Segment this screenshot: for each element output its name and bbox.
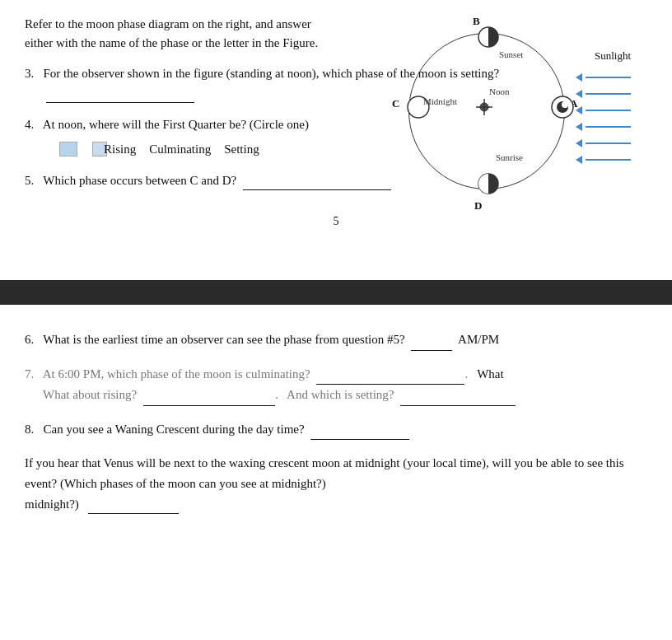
q8-answer[interactable] <box>310 427 409 440</box>
arrow-line-2 <box>586 93 631 95</box>
arrow-line-5 <box>586 142 631 144</box>
q6-suffix: AM/PM <box>458 333 499 346</box>
question-7: 7. At 6:00 PM, which phase of the moon i… <box>25 364 647 406</box>
arrow-line-6 <box>586 159 631 161</box>
q4-text: At noon, where will the First Quarter be… <box>43 118 309 131</box>
q6-answer[interactable] <box>411 338 452 351</box>
intro-text: Refer to the moon phase diagram on the r… <box>25 15 379 52</box>
q7-number: 7. <box>25 367 34 381</box>
arrow-6 <box>576 156 631 164</box>
q4-option-culminating[interactable]: Culminating <box>167 139 211 159</box>
diagram-inner: B D C <box>392 8 631 222</box>
label-c: C <box>392 97 399 110</box>
noon-label: Noon <box>489 86 509 96</box>
arrow-line-4 <box>586 126 631 128</box>
arrow-1 <box>576 73 631 82</box>
q5-number: 5. <box>25 174 34 187</box>
q7-text: At 6:00 PM, which phase of the moon is c… <box>43 367 310 381</box>
divider-bar <box>0 280 672 305</box>
observer-center <box>473 96 496 122</box>
q6-number: 6. <box>25 333 34 346</box>
top-section: Refer to the moon phase diagram on the r… <box>0 0 672 272</box>
q3-answer[interactable] <box>46 90 194 103</box>
q4-option-rising[interactable]: Rising <box>122 139 136 159</box>
q8-text: Can you see a Waning Crescent during the… <box>44 423 305 436</box>
q9-text: If you hear that Venus will be next to t… <box>25 456 623 490</box>
q7-answer-rising[interactable] <box>143 393 275 406</box>
question-9: If you hear that Venus will be next to t… <box>25 453 647 514</box>
arrow-5 <box>576 139 631 147</box>
arrow-head-5 <box>576 139 582 147</box>
arrow-head-4 <box>576 123 582 131</box>
q7-setting-text: And which is setting? <box>287 388 394 401</box>
q4-number: 4. <box>25 118 34 131</box>
arrow-head-1 <box>576 73 582 82</box>
question-8: 8. Can you see a Waning Crescent during … <box>25 419 647 441</box>
sunlight-label: Sunlight <box>595 49 631 63</box>
circle-box-1[interactable] <box>59 142 77 156</box>
moon-b <box>478 26 499 51</box>
svg-point-8 <box>562 101 568 108</box>
label-d: D <box>474 199 482 213</box>
q5-answer[interactable] <box>243 177 391 190</box>
moon-d <box>478 173 499 198</box>
q6-text: What is the earliest time an observer ca… <box>43 333 404 346</box>
question-6: 6. What is the earliest time an observer… <box>25 329 647 351</box>
q9-answer[interactable] <box>88 501 179 514</box>
q7-answer-culminating[interactable] <box>316 371 464 385</box>
intro-line2: either with the name of the phase or the… <box>25 36 318 49</box>
q5-text: Which phase occurs between C and D? <box>43 174 236 187</box>
bottom-section: 6. What is the earliest time an observer… <box>0 313 672 544</box>
arrow-4 <box>576 123 631 131</box>
arrow-head-2 <box>576 90 582 98</box>
arrow-2 <box>576 90 631 98</box>
q9-label: midnight?) <box>25 498 79 511</box>
arrow-head-3 <box>576 106 582 114</box>
sunset-label: Sunset <box>499 49 523 59</box>
q7-what: What <box>477 367 503 381</box>
q7-answer-setting[interactable] <box>400 393 516 406</box>
q4-option-setting[interactable]: Setting <box>242 139 259 159</box>
arrow-head-6 <box>576 156 582 164</box>
arrow-line-3 <box>586 110 631 111</box>
midnight-label: Midnight <box>423 96 457 106</box>
q7-about: What about rising? <box>43 388 137 401</box>
sunrise-label: Sunrise <box>496 152 523 162</box>
intro-line1: Refer to the moon phase diagram on the r… <box>25 17 311 30</box>
sunlight-arrows: Sunlight <box>576 49 631 164</box>
diagram-container: B D C <box>392 0 647 222</box>
arrow-line-1 <box>586 77 631 78</box>
q8-number: 8. <box>25 423 34 436</box>
q3-number: 3. <box>25 67 34 80</box>
moon-a <box>551 96 574 122</box>
arrow-3 <box>576 106 631 114</box>
